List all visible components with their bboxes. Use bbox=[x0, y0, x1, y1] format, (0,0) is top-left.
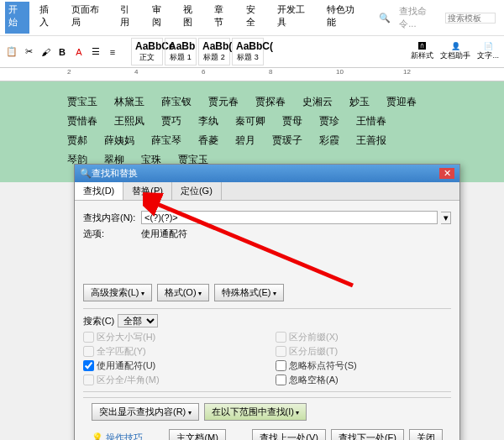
find-label: 查找内容(N): bbox=[83, 212, 138, 224]
search-scope-label: 搜索(C) bbox=[83, 315, 114, 327]
check-fullhalf: 区分全/半角(M) bbox=[83, 374, 259, 386]
search-scope-select[interactable]: 全部 bbox=[118, 314, 158, 327]
wenzi-button[interactable]: 📄文字... bbox=[477, 42, 499, 61]
tab-ref[interactable]: 引用 bbox=[117, 2, 141, 34]
dialog-titlebar[interactable]: 🔍 查找和替换 ✕ bbox=[75, 165, 459, 182]
align-icon[interactable]: ≡ bbox=[106, 45, 119, 59]
lightbulb-icon: 💡 bbox=[92, 432, 103, 440]
find-next-button[interactable]: 查找下一处(F) bbox=[331, 429, 404, 440]
check-whole: 全字匹配(Y) bbox=[83, 345, 259, 358]
close-button[interactable]: 关闭 bbox=[409, 429, 443, 440]
style-h3[interactable]: AaBbC(标题 3 bbox=[232, 38, 264, 65]
close-icon[interactable]: ✕ bbox=[439, 168, 454, 179]
cut-icon[interactable]: ✂ bbox=[22, 45, 35, 59]
find-in-range-button[interactable]: 在以下范围中查找(I) bbox=[204, 403, 307, 421]
check-wildcard[interactable]: 使用通配符(U) bbox=[83, 359, 259, 372]
tab-find[interactable]: 查找(D) bbox=[75, 182, 123, 200]
check-case: 区分大小写(H) bbox=[83, 331, 259, 343]
check-prefix: 区分前缀(X) bbox=[276, 331, 451, 343]
dialog-title: 查找和替换 bbox=[92, 167, 138, 180]
find-prev-button[interactable]: 查找上一处(V) bbox=[252, 429, 326, 440]
find-replace-dialog: 🔍 查找和替换 ✕ 查找(D) 替换(P) 定位(G) 查找内容(N): ▾ 选… bbox=[74, 164, 460, 440]
tab-insert[interactable]: 插入 bbox=[36, 2, 60, 34]
tab-layout[interactable]: 页面布局 bbox=[68, 2, 111, 34]
dialog-body: 查找内容(N): ▾ 选项: 使用通配符 高级搜索(L) 格式(O) 特殊格式(… bbox=[75, 201, 459, 440]
check-space[interactable]: 忽略空格(A) bbox=[276, 374, 451, 386]
tab-replace[interactable]: 替换(P) bbox=[123, 182, 172, 200]
style-normal[interactable]: AaBbCc正文 bbox=[131, 38, 163, 65]
style-gallery: AaBbCc正文 AaBb标题 1 AaBb(标题 2 AaBbC(标题 3 bbox=[131, 38, 264, 65]
list-icon[interactable]: ☰ bbox=[89, 45, 102, 59]
find-dropdown-icon[interactable]: ▾ bbox=[441, 212, 451, 224]
tab-security[interactable]: 安全 bbox=[243, 2, 267, 34]
paste-icon[interactable]: 📋 bbox=[5, 45, 18, 59]
dialog-icon: 🔍 bbox=[80, 168, 92, 179]
advanced-search-button[interactable]: 高级搜索(L) bbox=[83, 284, 152, 301]
dialog-tabs: 查找(D) 替换(P) 定位(G) bbox=[75, 182, 459, 201]
tab-chapter[interactable]: 章节 bbox=[211, 2, 235, 34]
color-icon[interactable]: A bbox=[72, 45, 86, 59]
template-search-input[interactable] bbox=[445, 13, 496, 24]
tab-view[interactable]: 视图 bbox=[180, 2, 204, 34]
tab-goto[interactable]: 定位(G) bbox=[172, 182, 222, 200]
format-button[interactable]: 格式(O) bbox=[157, 284, 209, 301]
ruler: 2 4 6 8 10 12 bbox=[0, 68, 504, 81]
ribbon-tabs: 开始 插入 页面布局 引用 审阅 视图 章节 安全 开发工具 特色功能 🔍 查找… bbox=[0, 0, 504, 36]
bold-icon[interactable]: B bbox=[55, 45, 69, 59]
right-tools: 🅰新样式 👤文档助手 📄文字... bbox=[411, 42, 499, 61]
style-h1[interactable]: AaBb标题 1 bbox=[165, 38, 197, 65]
command-search: 🔍 查找命令... bbox=[372, 2, 499, 34]
check-suffix: 区分后缀(T) bbox=[276, 345, 451, 358]
special-format-button[interactable]: 特殊格式(E) bbox=[214, 284, 284, 301]
tab-start[interactable]: 开始 bbox=[5, 2, 29, 34]
check-punct[interactable]: 忽略标点符号(S) bbox=[276, 359, 451, 372]
main-doc-button[interactable]: 主文档(M) bbox=[169, 429, 226, 440]
tab-feature[interactable]: 特色功能 bbox=[323, 2, 366, 34]
doc-row: 贾宝玉林黛玉薛宝钗贾元春贾探春史湘云妙玉贾迎春 bbox=[67, 95, 487, 109]
options-value: 使用通配符 bbox=[141, 228, 187, 240]
doc-row: 贾惜春王熙凤贾巧李纨秦可卿贾母贾珍王惜春 bbox=[67, 114, 487, 128]
new-style-button[interactable]: 🅰新样式 bbox=[411, 42, 433, 61]
doc-row: 贾郝薛姨妈薛宝琴香菱碧月贾瑗子彩霞王善报 bbox=[67, 134, 487, 148]
options-label: 选项: bbox=[83, 228, 138, 240]
tab-review[interactable]: 审阅 bbox=[149, 2, 173, 34]
highlight-button[interactable]: 突出显示查找内容(R) bbox=[92, 403, 199, 421]
tab-dev[interactable]: 开发工具 bbox=[274, 2, 317, 34]
doc-assist-button[interactable]: 👤文档助手 bbox=[440, 42, 470, 61]
search-icon: 🔍 bbox=[375, 11, 394, 25]
brush-icon[interactable]: 🖌 bbox=[39, 45, 52, 59]
tips-link[interactable]: 💡操作技巧 bbox=[92, 432, 143, 440]
find-input[interactable] bbox=[141, 211, 438, 224]
style-h2[interactable]: AaBb(标题 2 bbox=[198, 38, 230, 65]
toolbar: 📋 ✂ 🖌 B A ☰ ≡ AaBbCc正文 AaBb标题 1 AaBb(标题 … bbox=[0, 36, 504, 68]
